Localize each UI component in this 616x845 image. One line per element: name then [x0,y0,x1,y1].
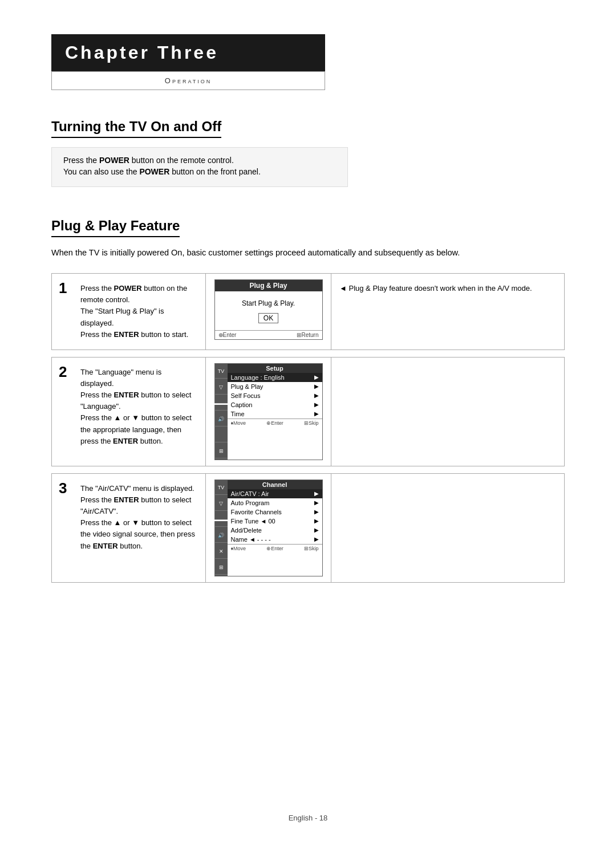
sidebar-arrow-icon: ▽ [215,381,228,395]
step-3-favorite-arrow: ▶ [314,509,319,515]
section1-title: Turning the TV On and Off [51,119,221,138]
step-3-left: 3 The "Air/CATV" menu is displayed. Pres… [52,474,206,582]
step-2-row-self: Self Focus ▶ [228,391,322,400]
step-3-center: TV ▽ ▬▬▬ 🔊 ✕ ⊞ Channel Air/CATV : Air ▶ [206,474,331,582]
step-2-footer-enter: ⊕Enter [266,420,283,426]
step-3-row-name: Name ◄ - - - - ▶ [228,535,322,544]
sidebar-bars-icon: ▬▬▬ [215,397,228,411]
step-3-add-label: Add/Delete [231,527,262,534]
step-2-time-arrow: ▶ [314,411,319,417]
step-3-aircatv-label: Air/CATV : Air [231,490,269,497]
section-plug-play: Plug & Play Feature When the TV is initi… [51,195,565,583]
step-3-text: The "Air/CATV" menu is displayed. Press … [80,483,196,552]
chapter-subtitle: Operation [51,71,325,90]
section-turning-tv: Turning the TV On and Off Press the POWE… [51,96,565,187]
step-3-menu-footer: ♦Move ⊕Enter ⊞Skip [228,544,322,552]
section2-title: Plug & Play Feature [51,218,180,237]
step-1-menu-ok: OK [220,311,318,326]
step-2-caption-label: Caption [231,401,253,408]
step-2-row: 2 The "Language" menu is displayed. Pres… [51,357,565,466]
step-1-left: 1 Press the POWER button on the remote c… [52,274,206,350]
step-2-number: 2 [59,364,67,379]
step-1-text: Press the POWER button on the remote con… [80,283,196,340]
step-3-tv-main: Channel Air/CATV : Air ▶ Auto Program ▶ … [228,480,322,576]
step-3-fine-arrow: ▶ [314,518,319,524]
step-2-time-label: Time [231,411,245,417]
power-line1: Press the POWER button on the remote con… [63,156,336,165]
step-2-self-arrow: ▶ [314,392,319,399]
step-1-right: ◄ Plug & Play feature doesn't work when … [331,274,564,350]
sidebar-speaker-icon: 🔊 [215,413,228,426]
step-3-aircatv-arrow: ▶ [314,490,319,497]
step-1-footer-left: ⊕Enter [218,332,237,338]
step-1-menu-body: Start Plug & Play. OK [215,291,322,330]
step-1-menu-title: Plug & Play [215,280,322,291]
step-2-row-time: Time ▶ [228,409,322,419]
step-3-fine-label: Fine Tune ◄ 00 [231,518,275,525]
step-1-menu-content: Start Plug & Play. [220,296,318,311]
step-3-footer-skip: ⊞Skip [304,546,319,551]
step-1-menu: Plug & Play Start Plug & Play. OK ⊕Enter… [214,279,323,340]
step-3-auto-arrow: ▶ [314,499,319,506]
step-2-menu: TV ▽ ▬▬▬ 🔊 ⊞ Setup Language : English ▶ [214,363,323,460]
step-2-self-label: Self Focus [231,392,261,399]
step-3-row-fine: Fine Tune ◄ 00 ▶ [228,517,322,526]
chapter-title: Chapter Three [51,34,325,71]
sidebar-tv-icon: TV [215,365,228,379]
step-2-left: 2 The "Language" menu is displayed. Pres… [52,358,206,466]
step-2-caption-arrow: ▶ [314,401,319,408]
step-2-center: TV ▽ ▬▬▬ 🔊 ⊞ Setup Language : English ▶ [206,358,331,466]
step-2-tv-sidebar: TV ▽ ▬▬▬ 🔊 ⊞ [215,364,228,460]
step-3-row-add: Add/Delete ▶ [228,526,322,535]
step-3-menu: TV ▽ ▬▬▬ 🔊 ✕ ⊞ Channel Air/CATV : Air ▶ [214,480,323,576]
sidebar3-arrow-icon: ▽ [215,497,228,511]
step-3-menu-title: Channel [228,480,322,489]
power-instructions: Press the POWER button on the remote con… [51,147,348,187]
step-3-row-auto: Auto Program ▶ [228,498,322,507]
step-2-tv-main: Setup Language : English ▶ Plug & Play ▶… [228,364,322,460]
step-1-menu-footer: ⊕Enter ⊞Return [215,330,322,339]
step-3-number: 3 [59,481,67,495]
step-1-number: 1 [59,281,67,295]
sidebar3-speaker-icon: 🔊 [215,529,228,543]
steps-container: 1 Press the POWER button on the remote c… [51,273,565,583]
page-footer: English - 18 [0,814,616,822]
step-3-footer-enter: ⊕Enter [266,546,283,551]
step-2-lang-label: Language : English [231,374,285,381]
step-2-text: The "Language" menu is displayed. Press … [80,367,196,447]
step-3-auto-label: Auto Program [231,499,270,506]
step-2-row-language: Language : English ▶ [228,373,322,382]
step-3-row-favorite: Favorite Channels ▶ [228,507,322,517]
sidebar3-tv-icon: TV [215,481,228,495]
step-3-right [331,474,564,582]
step-2-footer-move: ♦Move [231,420,246,426]
step-2-menu-footer: ♦Move ⊕Enter ⊞Skip [228,419,322,427]
step-3-footer-move: ♦Move [231,546,246,551]
step-1-sidenote: ◄ Plug & Play feature doesn't work when … [339,283,532,294]
sidebar-grid-icon: ⊞ [215,445,228,458]
step-3-add-arrow: ▶ [314,527,319,533]
step-1-footer-right: ⊞Return [297,332,318,338]
step-2-row-caption: Caption ▶ [228,400,322,409]
sidebar3-bars-icon: ▬▬▬ [215,513,228,527]
step-1-ok-btn: OK [258,313,278,323]
step-2-row-plug: Plug & Play ▶ [228,382,322,391]
footer-text: English - 18 [289,814,328,822]
step-3-row: 3 The "Air/CATV" menu is displayed. Pres… [51,473,565,583]
step-3-favorite-label: Favorite Channels [231,509,282,515]
step-2-lang-arrow: ▶ [314,374,319,380]
step-3-name-arrow: ▶ [314,536,319,542]
step-2-plug-arrow: ▶ [314,383,319,389]
step-2-menu-title: Setup [228,364,322,373]
step-3-name-label: Name ◄ - - - - [231,536,271,543]
step-1-row: 1 Press the POWER button on the remote c… [51,273,565,350]
power-line2: You can also use the POWER button on the… [63,167,336,176]
step-2-footer-skip: ⊞Skip [304,420,319,426]
sidebar3-grid-icon: ⊞ [215,561,228,575]
chapter-header: Chapter Three Operation [51,34,565,90]
section2-description: When the TV is initially powered On, bas… [51,246,565,259]
step-3-tv-sidebar: TV ▽ ▬▬▬ 🔊 ✕ ⊞ [215,480,228,576]
step-2-right [331,358,564,466]
step-3-row-aircatv: Air/CATV : Air ▶ [228,489,322,498]
step-1-center: Plug & Play Start Plug & Play. OK ⊕Enter… [206,274,331,350]
